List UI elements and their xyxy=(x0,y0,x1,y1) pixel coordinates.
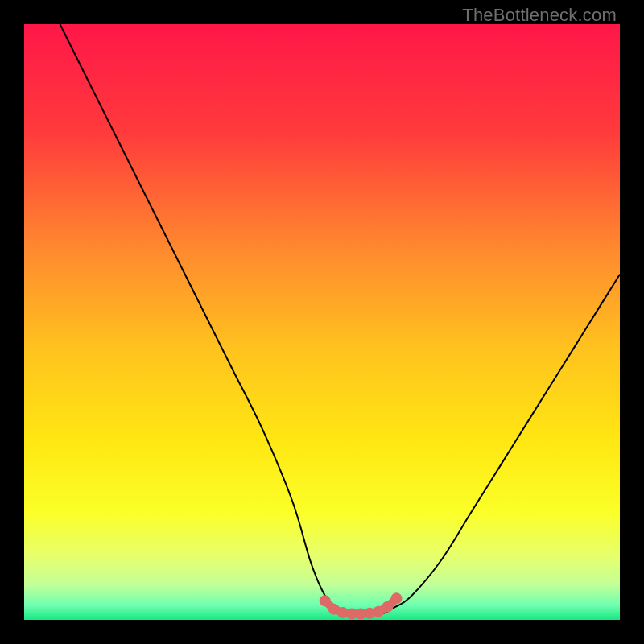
flat-region-markers xyxy=(320,592,402,619)
marker-dot xyxy=(320,595,331,606)
watermark-text: TheBottleneck.com xyxy=(462,5,617,26)
bottleneck-curve xyxy=(60,24,620,614)
chart-frame: TheBottleneck.com xyxy=(0,0,644,644)
marker-dot xyxy=(382,601,393,613)
plot-area xyxy=(24,24,620,620)
marker-dot xyxy=(391,592,402,604)
curve-layer xyxy=(24,24,620,620)
